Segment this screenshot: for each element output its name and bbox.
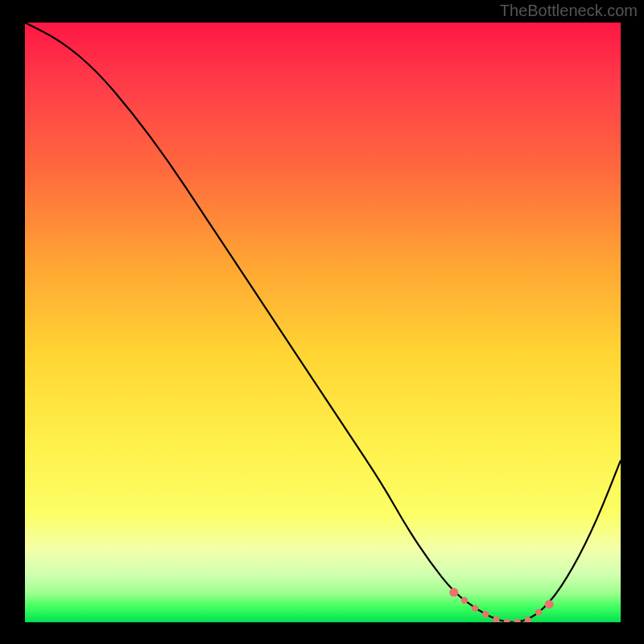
bottleneck-curve-line (25, 23, 621, 622)
sweet-spot-dot (514, 619, 521, 622)
sweet-spot-dot (482, 611, 489, 617)
sweet-spot-dot (449, 588, 458, 597)
curve-svg (25, 23, 621, 622)
sweet-spot-dot (535, 609, 542, 615)
sweet-spot-dot (545, 600, 554, 609)
sweet-spot-dot (493, 616, 499, 622)
chart-container: TheBottleneck.com (0, 0, 644, 644)
sweet-spot-dot (472, 605, 478, 611)
plot-area (25, 23, 621, 622)
sweet-spot-dot (461, 597, 468, 603)
sweet-spot-dot (503, 619, 510, 622)
sweet-spot-markers (449, 588, 553, 622)
watermark-text: TheBottleneck.com (500, 2, 638, 20)
